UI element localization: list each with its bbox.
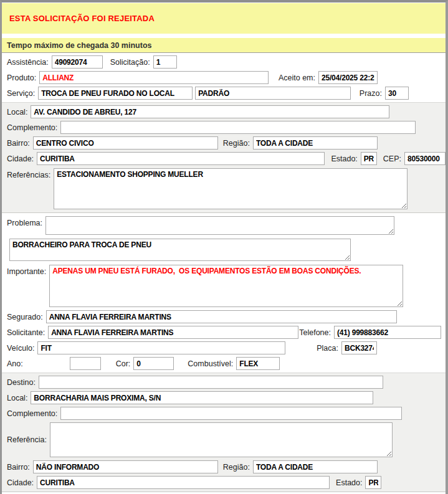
importante-textarea[interactable]: APENAS UM PNEU ESTÁ FURADO, OS EQUIPAMEN… (49, 265, 403, 307)
solicitante-input[interactable] (48, 326, 298, 339)
dest-cidade-label: Cidade: (7, 478, 34, 487)
arrival-time-text: Tempo máximo de chegada 30 minutos (7, 41, 151, 50)
assistencia-row: Assistência: Solicitação: (2, 54, 446, 70)
origin-cep-input[interactable] (404, 152, 446, 165)
origin-regiao-label: Região: (223, 139, 250, 148)
produto-input[interactable] (39, 71, 269, 84)
request-section: Assistência: Solicitação: Produto: Aceit… (2, 53, 446, 102)
dest-estado-label: Estado: (336, 478, 362, 487)
aceito-em-group: Aceito em: (279, 71, 378, 84)
origin-estado-input[interactable] (361, 152, 377, 165)
segurado-row: Segurado: (2, 309, 446, 325)
servico-tipo-input[interactable] (195, 87, 351, 100)
destino-row: Destino: (2, 374, 446, 390)
segurado-input[interactable] (46, 310, 397, 323)
cor-label: Cor: (116, 359, 131, 368)
origin-referencias-label: Referências: (7, 168, 50, 179)
origin-section: Local: Complemento: Bairro: Região: Cida… (2, 102, 446, 213)
dest-bairro-label: Bairro: (7, 463, 30, 472)
ano-label: Ano: (7, 359, 23, 368)
origin-bairro-input[interactable] (33, 136, 218, 150)
veiculo-row: Veículo: Placa: (2, 340, 446, 356)
dest-regiao-input[interactable] (253, 460, 378, 473)
aceito-em-label: Aceito em: (279, 74, 315, 82)
origin-local-row: Local: (2, 104, 446, 120)
solicitacao-input[interactable] (153, 55, 177, 69)
arrival-time-banner: Tempo máximo de chegada 30 minutos (2, 38, 446, 53)
dest-referencia-label: Referência: (7, 435, 47, 444)
service-request-page: ESTA SOLICITAÇÃO FOI REJEITADA Tempo máx… (0, 0, 448, 494)
telefone-label: Telefone: (299, 328, 331, 337)
dest-referencia-row: Referência: (2, 421, 446, 459)
cor-input[interactable] (133, 357, 174, 370)
observacao-row: BORRACHEIRO PARA TROCA DE PNEU (2, 237, 446, 263)
origin-referencias-row: Referências: ESTACIONAMENTO SHOPPING MUE… (2, 166, 446, 211)
destino-input[interactable] (39, 376, 383, 389)
origin-regiao-input[interactable] (253, 136, 378, 150)
origin-local-label: Local: (7, 108, 27, 116)
produto-row: Produto: Aceito em: (2, 70, 446, 85)
origin-cep-label: CEP: (383, 154, 401, 163)
origin-cidade-row: Cidade: Estado: CEP: (2, 151, 446, 166)
origin-cidade-label: Cidade: (7, 154, 34, 163)
veiculo-label: Veículo: (7, 344, 34, 353)
importante-row: Importante: APENAS UM PNEU ESTÁ FURADO, … (2, 263, 446, 309)
assistencia-input[interactable] (52, 55, 103, 69)
dest-regiao-label: Região: (223, 463, 250, 472)
solicitante-row: Solicitante: Telefone: (2, 325, 446, 340)
details-section: Problema: BORRACHEIRO PARA TROCA DE PNEU… (2, 213, 446, 373)
origin-complemento-input[interactable] (60, 121, 416, 134)
prazo-group: Prazo: (360, 87, 409, 100)
servico-label: Serviço: (7, 89, 35, 98)
dest-complemento-label: Complemento: (7, 409, 57, 418)
destino-label: Destino: (7, 378, 36, 387)
dest-local-input[interactable] (31, 391, 373, 404)
dest-bairro-input[interactable] (33, 460, 218, 473)
ano-input[interactable] (70, 357, 101, 370)
combustivel-label: Combustível: (188, 359, 233, 368)
dest-local-row: Local: (2, 390, 446, 406)
placa-input[interactable] (341, 341, 377, 354)
dest-cidade-row: Cidade: Estado: (2, 475, 446, 490)
origin-cidade-input[interactable] (37, 152, 325, 165)
dest-bairro-row: Bairro: Região: (2, 459, 446, 475)
segurado-label: Segurado: (7, 313, 43, 321)
dest-complemento-input[interactable] (60, 407, 402, 420)
problema-label: Problema: (7, 216, 42, 227)
importante-label: Importante: (7, 265, 46, 276)
ano-cor-combustivel-row: Ano: Cor: Combustível: (2, 356, 446, 371)
placa-group: Placa: (317, 341, 377, 354)
combustivel-input[interactable] (236, 357, 280, 370)
servico-input[interactable] (38, 87, 193, 100)
placa-label: Placa: (317, 344, 338, 353)
origin-referencias-textarea[interactable]: ESTACIONAMENTO SHOPPING MUELLER (54, 168, 407, 209)
observacao-textarea[interactable]: BORRACHEIRO PARA TROCA DE PNEU (9, 239, 351, 261)
veiculo-input[interactable] (37, 341, 285, 354)
origin-bairro-row: Bairro: Região: (2, 135, 446, 151)
rejected-banner-text: ESTA SOLICITAÇÃO FOI REJEITADA (9, 14, 155, 23)
origin-complemento-row: Complemento: (2, 120, 446, 135)
prazo-label: Prazo: (360, 89, 382, 98)
banner-gap (2, 34, 446, 38)
origin-estado-label: Estado: (331, 154, 357, 163)
telefone-input[interactable] (334, 326, 441, 339)
servico-row: Serviço: Prazo: (2, 85, 446, 101)
dest-referencia-textarea[interactable] (50, 422, 393, 457)
problema-row: Problema: (2, 214, 446, 237)
dest-estado-input[interactable] (365, 476, 381, 489)
rejected-banner: ESTA SOLICITAÇÃO FOI REJEITADA (2, 3, 446, 34)
assistencia-label: Assistência: (7, 58, 49, 67)
origin-complemento-label: Complemento: (7, 123, 57, 132)
problema-textarea[interactable] (45, 216, 394, 235)
telefone-group: Telefone: (299, 326, 441, 339)
aceito-em-input[interactable] (318, 71, 378, 84)
origin-local-input[interactable] (31, 105, 389, 118)
solicitante-label: Solicitante: (7, 328, 45, 337)
dest-local-label: Local: (7, 394, 27, 402)
dest-cidade-input[interactable] (37, 476, 330, 489)
origin-bairro-label: Bairro: (7, 139, 30, 148)
dest-complemento-row: Complemento: (2, 406, 446, 421)
destination-section: Destino: Local: Complemento: Referência:… (2, 373, 446, 492)
prazo-input[interactable] (385, 87, 409, 100)
solicitacao-label: Solicitação: (110, 58, 150, 67)
